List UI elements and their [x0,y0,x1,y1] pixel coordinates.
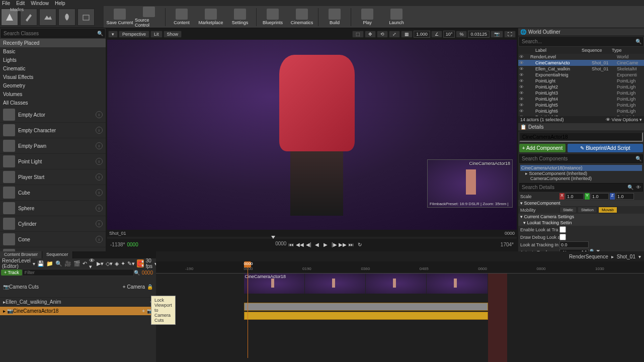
perspective-button[interactable]: Perspective [119,31,149,38]
visibility-icon[interactable]: 👁 [519,54,525,59]
sequence-name[interactable]: RenderSequence [569,254,608,259]
actor-name-field[interactable] [519,132,643,142]
outliner-row[interactable]: 👁PointLight3PointLigh [518,90,644,96]
actor-empty-pawn[interactable]: Empty Pawni [0,138,106,154]
scale-x[interactable] [566,193,584,200]
visibility-icon[interactable]: 👁 [519,60,525,65]
actor-player-start[interactable]: Player Starti [0,169,106,185]
reverse-icon[interactable]: ◀ [313,241,320,248]
settings-button[interactable]: Settings [226,7,254,28]
browse-icon[interactable]: 📁 [46,259,53,267]
scale-y[interactable] [591,193,609,200]
content-button[interactable]: Content [168,7,196,28]
blueprint-button[interactable]: ✎ Blueprint/Add Script [568,144,643,152]
edit-icon[interactable]: ✎▾ [127,259,135,267]
view-options-button[interactable]: 👁 View Options ▾ [606,117,642,122]
col-type[interactable]: Type [612,48,642,53]
level-dropdown[interactable]: RenderLevel (Editor) [2,258,31,269]
visibility-icon[interactable]: 👁 [519,90,525,96]
visibility-icon[interactable]: 👁 [519,97,525,102]
lookat-section[interactable]: ▾ Lookat Tracking Settin [518,220,644,226]
mobility-static[interactable]: Static [559,207,577,213]
category-visual-effects[interactable]: Visual Effects [0,73,106,81]
autokey-icon[interactable]: ✦ [121,259,125,267]
shot-name[interactable]: Shot_01 [617,254,635,259]
look-interp-field[interactable] [559,241,589,248]
outliner-row[interactable]: 👁PointLight5PointLigh [518,102,644,108]
clapboard-icon[interactable]: 🎬 [73,259,80,267]
visibility-icon[interactable]: 👁 [519,103,525,108]
scenecomp-section[interactable]: ▾ SceneComponent [518,200,644,206]
info-icon[interactable]: i [96,142,103,149]
loop-icon[interactable]: ↻ [356,241,363,248]
step-back-icon[interactable]: ◀◀ [296,241,303,248]
marker-icon[interactable]: ◇▾ [106,259,113,267]
add-icon[interactable]: + [142,308,145,314]
category-geometry[interactable]: Geometry [0,81,106,90]
outliner-row[interactable]: 👁CineCameraActoShot_01CineCame [518,60,644,66]
snap-scale-icon[interactable]: % [456,31,467,38]
camera-speed-icon[interactable]: 📷 [491,31,503,38]
outliner-row[interactable]: 👁PointLightPointLigh [518,78,644,84]
outliner-row[interactable]: 👁Ellen_Cat_walkinShot_01SkeletalM [518,66,644,72]
scrub-marker-icon[interactable] [271,236,275,239]
actor-point-light[interactable]: Point Lighti [0,154,106,169]
mobility-stationary[interactable]: Station [578,207,597,213]
search-icon[interactable]: 🔍 [96,30,104,37]
anim-clip[interactable] [244,303,488,311]
search-icon[interactable]: 🔍 [634,38,642,45]
camera-settings-section[interactable]: ▾ Current Camera Settings [518,214,644,220]
transform-rotate-icon[interactable]: ⟲ [377,31,388,38]
view-icon[interactable]: 👁▾ [89,259,95,267]
cinematics-button[interactable]: Cinematics [288,7,316,28]
info-icon[interactable]: i [96,205,103,212]
actor-empty-actor[interactable]: Empty Actori [0,107,106,123]
goto-end-icon[interactable]: ⏭ [348,241,355,248]
source-control-button[interactable]: Source Control [135,7,163,28]
mode-landscape-icon[interactable] [39,9,56,26]
camera-clip[interactable] [244,312,488,320]
save-button[interactable]: Save Current [106,7,134,28]
menu-file[interactable]: File [2,1,10,6]
visibility-icon[interactable]: 👁 [519,109,525,114]
search-icon[interactable]: 🔍 [634,155,642,162]
search-classes-input[interactable] [2,30,96,37]
step-fwd-icon[interactable]: ▶▶ [339,241,346,248]
undo-icon[interactable]: ↶ [83,259,87,267]
lock-viewport-icon[interactable]: 🔒 [147,284,153,290]
launch-button[interactable]: Launch [382,7,411,28]
draw-debug-checkbox[interactable] [559,234,566,240]
actor-cone[interactable]: Conei [0,232,106,247]
lit-button[interactable]: Lit [150,31,163,38]
info-icon[interactable]: i [96,111,103,118]
menu-edit[interactable]: Edit [16,1,25,6]
play-button[interactable]: Play [353,7,381,28]
playback-icon[interactable]: ▶▾ [97,259,104,267]
add-component-button[interactable]: + Add Component [519,144,566,152]
build-button[interactable]: Build [320,7,349,28]
snap-angle-icon[interactable]: ∠ [431,31,442,38]
visibility-icon[interactable]: 👁 [519,84,525,89]
col-label[interactable]: Label [520,48,582,53]
outliner-row[interactable]: 👁PointLight2PointLigh [518,84,644,90]
outliner-row[interactable]: 👁PointLight6PointLigh [518,108,644,114]
snap-icon[interactable]: 🧲 [137,259,144,267]
snap-angle-value[interactable]: 10° [443,31,455,38]
blueprints-button[interactable]: Blueprints [259,7,287,28]
viewport-3d[interactable]: CineCameraActor18 FilmbackPreset: 16:9 D… [107,40,517,230]
category-volumes[interactable]: Volumes [0,90,106,99]
snap-scale-value[interactable]: 0.03125 [468,31,490,38]
key-icon[interactable]: ◈ [115,259,119,267]
outliner-row[interactable]: 👁RenderLevelWorld [518,54,644,60]
find-icon[interactable]: 🔍 [55,259,62,267]
mobility-movable[interactable]: Movab [598,207,617,213]
info-icon[interactable]: i [96,220,103,227]
component-camera[interactable]: CameraComponent (Inherited) [520,176,642,181]
mode-foliage-icon[interactable] [58,9,75,26]
category-cinematic[interactable]: Cinematic [0,64,106,73]
transform-select-icon[interactable]: ⬚ [352,31,364,38]
actor-cube[interactable]: Cubei [0,185,106,201]
marketplace-button[interactable]: Marketplace [197,7,225,28]
camera-track[interactable]: ▸ 📷CineCameraActor18+📷 [0,307,156,316]
info-icon[interactable]: i [96,236,103,243]
